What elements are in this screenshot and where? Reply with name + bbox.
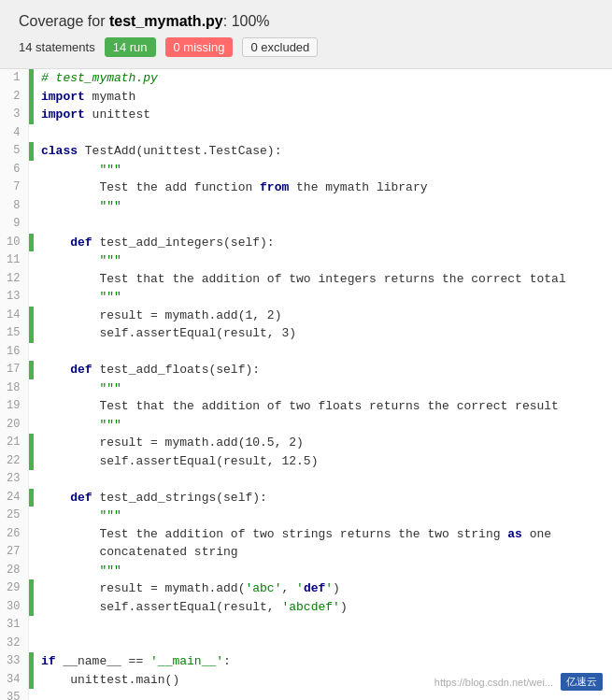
- line-number: 16: [0, 343, 28, 362]
- table-row: 31: [0, 616, 612, 635]
- line-number: 29: [0, 579, 28, 598]
- line-number: 15: [0, 324, 28, 343]
- line-number: 32: [0, 635, 28, 653]
- run-badge: 14 run: [105, 37, 156, 57]
- line-code: concatenated string: [34, 543, 612, 562]
- line-code: [34, 616, 612, 635]
- line-number: 24: [0, 489, 28, 507]
- filename: test_mymath.py: [109, 13, 223, 29]
- line-code: self.assertEqual(result, 'abcdef'): [34, 598, 612, 617]
- line-code: self.assertEqual(result, 12.5): [34, 452, 612, 471]
- table-row: 4: [0, 124, 612, 143]
- line-number: 3: [0, 106, 28, 124]
- table-row: 18 """: [0, 379, 612, 398]
- line-code: [34, 470, 612, 489]
- table-row: 12 Test that the addition of two integer…: [0, 270, 612, 289]
- line-code: Test the addition of two strings returns…: [34, 525, 612, 544]
- line-number: 25: [0, 507, 28, 525]
- line-code: self.assertEqual(result, 3): [34, 324, 612, 343]
- table-row: 20 """: [0, 416, 612, 435]
- line-code: """: [34, 197, 612, 216]
- line-code: """: [34, 251, 612, 270]
- table-row: 27 concatenated string: [0, 543, 612, 562]
- line-number: 6: [0, 161, 28, 179]
- line-number: 8: [0, 197, 28, 216]
- table-row: 30 self.assertEqual(result, 'abcdef'): [0, 598, 612, 617]
- code-container: 1# test_mymath.py2import mymath3import u…: [0, 69, 612, 700]
- line-number: 14: [0, 307, 28, 325]
- excluded-badge: 0 excluded: [242, 37, 318, 57]
- code-table: 1# test_mymath.py2import mymath3import u…: [0, 69, 612, 700]
- line-code: def test_add_strings(self):: [34, 489, 612, 507]
- line-number: 11: [0, 251, 28, 270]
- line-code: def test_add_integers(self):: [34, 234, 612, 252]
- line-code: Test that the addition of two floats ret…: [34, 397, 612, 416]
- stats-row: 14 statements 14 run 0 missing 0 exclude…: [19, 37, 593, 57]
- table-row: 33if __name__ == '__main__':: [0, 652, 612, 671]
- line-code: [34, 124, 612, 143]
- line-number: 28: [0, 562, 28, 580]
- table-row: 16: [0, 343, 612, 362]
- line-code: Test the add function from the mymath li…: [34, 179, 612, 197]
- line-code: def test_add_floats(self):: [34, 361, 612, 379]
- line-code: class TestAdd(unittest.TestCase):: [34, 142, 612, 161]
- table-row: 32: [0, 635, 612, 653]
- line-number: 7: [0, 179, 28, 197]
- line-number: 9: [0, 215, 28, 234]
- line-code: """: [34, 379, 612, 398]
- table-row: 5class TestAdd(unittest.TestCase):: [0, 142, 612, 161]
- table-row: 1# test_mymath.py: [0, 69, 612, 88]
- line-code: import mymath: [34, 88, 612, 107]
- table-row: 11 """: [0, 251, 612, 270]
- coverage-label: Coverage for: [19, 13, 109, 29]
- line-code: """: [34, 161, 612, 179]
- line-code: [34, 343, 612, 362]
- line-number: 30: [0, 598, 28, 617]
- line-code: [34, 635, 612, 653]
- table-row: 7 Test the add function from the mymath …: [0, 179, 612, 197]
- line-code: result = mymath.add(1, 2): [34, 307, 612, 325]
- line-number: 13: [0, 288, 28, 307]
- line-number: 20: [0, 416, 28, 435]
- table-row: 26 Test the addition of two strings retu…: [0, 525, 612, 544]
- line-number: 2: [0, 88, 28, 107]
- line-number: 22: [0, 452, 28, 471]
- line-number: 18: [0, 379, 28, 398]
- table-row: 24 def test_add_strings(self):: [0, 489, 612, 507]
- line-code: """: [34, 416, 612, 435]
- table-row: 9: [0, 215, 612, 234]
- missing-badge: 0 missing: [165, 37, 234, 57]
- table-row: 17 def test_add_floats(self):: [0, 361, 612, 379]
- line-number: 33: [0, 652, 28, 671]
- line-number: 12: [0, 270, 28, 289]
- table-row: 6 """: [0, 161, 612, 179]
- coverage-header: Coverage for test_mymath.py: 100% 14 sta…: [0, 0, 612, 69]
- line-number: 31: [0, 616, 28, 635]
- line-number: 23: [0, 470, 28, 489]
- percentage: : 100%: [223, 13, 270, 29]
- table-row: 22 self.assertEqual(result, 12.5): [0, 452, 612, 471]
- table-row: 13 """: [0, 288, 612, 307]
- line-code: """: [34, 562, 612, 580]
- table-row: 8 """: [0, 197, 612, 216]
- line-code: if __name__ == '__main__':: [34, 652, 612, 671]
- line-number: 4: [0, 124, 28, 143]
- page-title: Coverage for test_mymath.py: 100%: [19, 13, 593, 30]
- line-code: [34, 215, 612, 234]
- watermark-url: https://blog.csdn.net/wei...: [434, 677, 553, 688]
- table-row: 25 """: [0, 507, 612, 525]
- table-row: 15 self.assertEqual(result, 3): [0, 324, 612, 343]
- watermark-logo: 亿速云: [561, 673, 603, 691]
- table-row: 14 result = mymath.add(1, 2): [0, 307, 612, 325]
- line-number: 10: [0, 234, 28, 252]
- line-number: 19: [0, 397, 28, 416]
- footer-watermark: https://blog.csdn.net/wei... 亿速云: [434, 673, 603, 691]
- table-row: 3import unittest: [0, 106, 612, 124]
- line-number: 5: [0, 142, 28, 161]
- line-number: 21: [0, 434, 28, 452]
- line-number: 17: [0, 361, 28, 379]
- table-row: 2import mymath: [0, 88, 612, 107]
- line-number: 35: [0, 689, 28, 700]
- line-code: """: [34, 507, 612, 525]
- table-row: 21 result = mymath.add(10.5, 2): [0, 434, 612, 452]
